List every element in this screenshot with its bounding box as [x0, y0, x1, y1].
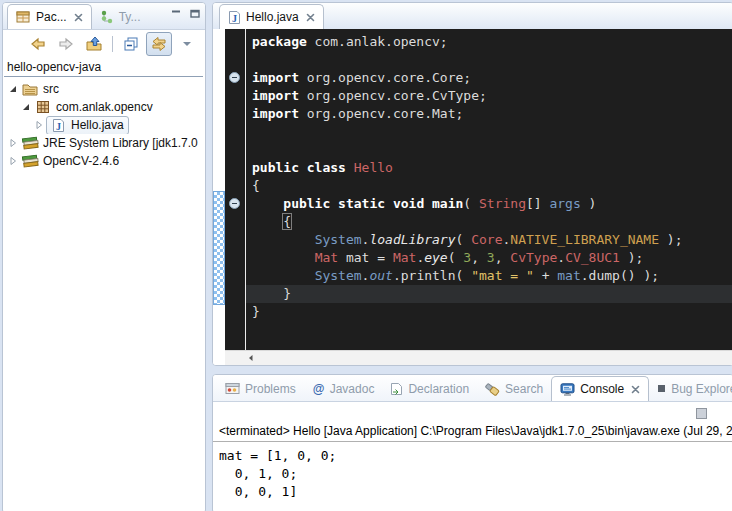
code-token: mat	[557, 268, 580, 283]
expand-arrow-icon[interactable]	[33, 119, 45, 131]
bug-square-icon	[657, 384, 666, 393]
minimize-button[interactable]	[171, 9, 181, 18]
package-explorer-tabbar: Pac...Ty...	[3, 3, 205, 30]
tab-hello-java[interactable]: JHello.java	[219, 4, 324, 29]
tree-item-hello-java[interactable]: JHello.java	[3, 116, 205, 134]
tab-problems[interactable]: Problems	[217, 376, 304, 401]
console-toolbar-button[interactable]	[696, 408, 707, 419]
code-token: dump	[589, 268, 620, 283]
svg-text:J: J	[232, 12, 237, 23]
search-icon	[485, 382, 500, 396]
code-text[interactable]: package com.anlak.opencv;import org.open…	[246, 29, 732, 351]
close-icon[interactable]	[631, 385, 640, 394]
code-line	[246, 123, 732, 141]
tab-console[interactable]: Console	[551, 376, 649, 401]
up-folder-button[interactable]	[81, 32, 107, 56]
maximize-button[interactable]	[190, 9, 200, 18]
fold-minus-icon[interactable]	[229, 198, 240, 209]
code-token: import	[252, 106, 299, 121]
code-token	[252, 196, 283, 211]
code-token: org.opencv.core.Mat;	[299, 106, 463, 121]
horizontal-scrollbar[interactable]	[225, 350, 732, 365]
tab-javadoc[interactable]: @Javadoc	[304, 376, 383, 401]
console-toolbar	[213, 402, 732, 424]
tab-label: Problems	[245, 382, 296, 396]
tree-item-label: Hello.java	[68, 118, 124, 132]
expand-arrow-icon[interactable]	[20, 101, 32, 113]
code-line: public static void main( String[] args )	[246, 195, 732, 213]
forward-arrow-icon	[57, 36, 75, 52]
code-token	[252, 232, 315, 247]
tab-label: Console	[580, 382, 624, 396]
tab-label: Bug Explorer	[671, 382, 732, 396]
tree-item-opencv-2-4-6[interactable]: OpenCV-2.4.6	[3, 152, 205, 170]
code-token: public	[283, 196, 330, 211]
javadoc-icon: @	[312, 382, 325, 395]
tab-search[interactable]: Search	[477, 376, 551, 401]
tree-item-src[interactable]: src	[3, 80, 205, 98]
code-token: System	[315, 268, 362, 283]
code-token	[252, 268, 315, 283]
tree-item-com-anlak-opencv[interactable]: com.anlak.opencv	[3, 98, 205, 116]
tab-label: Pac...	[36, 10, 67, 24]
tab-declaration[interactable]: Declaration	[382, 376, 477, 401]
collapse-all-icon	[123, 36, 140, 52]
code-token: Hello	[354, 160, 393, 175]
link-editor-button[interactable]	[146, 32, 172, 56]
fold-minus-icon[interactable]	[229, 72, 240, 83]
tab-bug-explorer[interactable]: Bug Explorer	[649, 376, 732, 401]
code-token: (	[456, 268, 472, 283]
back-arrow-button[interactable]	[25, 32, 51, 56]
console-status-line: <terminated> Hello [Java Application] C:…	[213, 424, 732, 441]
editor-area[interactable]: package com.anlak.opencv;import org.open…	[213, 29, 732, 365]
code-token: import	[252, 70, 299, 85]
code-line: }	[246, 303, 732, 321]
forward-arrow-button[interactable]	[53, 32, 79, 56]
console-output-line: mat = [1, 0, 0;	[219, 447, 732, 465]
code-token: }	[252, 286, 291, 301]
package-folder-icon	[20, 82, 40, 96]
tree-item-jre-system-library-jdk1-7-0[interactable]: JRE System Library [jdk1.7.0	[3, 134, 205, 152]
working-set-label[interactable]: hello-opencv-java	[3, 58, 205, 75]
editor-view: JHello.java package com.anlak.opencv;imp…	[212, 2, 732, 366]
expand-arrow-icon[interactable]	[7, 137, 19, 149]
package-explorer-view: Pac...Ty... hello-opencv-java srccom.anl…	[2, 2, 206, 511]
console-output[interactable]: mat = [1, 0, 0; 0, 1, 0; 0, 0, 1]	[213, 442, 732, 501]
code-token: 3	[487, 250, 495, 265]
close-icon[interactable]	[74, 13, 83, 22]
code-token: );	[620, 250, 643, 265]
toolbar-separator	[111, 35, 114, 53]
code-line: System.loadLibrary( Core.NATIVE_LIBRARY_…	[246, 231, 732, 249]
console-view: Problems@JavadocDeclarationSearchConsole…	[212, 374, 732, 511]
console-output-line: 0, 1, 0;	[219, 465, 732, 483]
tab-pac[interactable]: Pac...	[7, 4, 92, 29]
tree-item-label: com.anlak.opencv	[53, 100, 153, 114]
code-token: "mat = "	[471, 268, 534, 283]
code-token: CvType	[510, 250, 557, 265]
code-token: com.anlak.opencv;	[307, 34, 448, 49]
code-token: ,	[471, 250, 487, 265]
code-line: System.out.println( "mat = " + mat.dump(…	[246, 267, 732, 285]
console-icon	[560, 383, 575, 396]
code-token: []	[526, 196, 549, 211]
code-token: out	[369, 268, 392, 283]
code-token: () );	[620, 268, 659, 283]
scroll-left-icon[interactable]	[247, 354, 255, 362]
code-token	[252, 214, 283, 229]
code-token: println	[401, 268, 456, 283]
close-icon[interactable]	[306, 13, 315, 22]
code-token: void	[393, 196, 424, 211]
code-line: import org.opencv.core.Core;	[246, 69, 732, 87]
code-token: class	[307, 160, 346, 175]
code-token: mat =	[338, 250, 393, 265]
up-folder-icon	[85, 36, 103, 52]
expand-arrow-icon[interactable]	[7, 83, 19, 95]
expand-arrow-icon[interactable]	[7, 155, 19, 167]
code-line: import org.opencv.core.Mat;	[246, 105, 732, 123]
editor-tabbar: JHello.java	[213, 3, 732, 30]
library-icon	[20, 154, 40, 169]
view-menu-button[interactable]	[174, 32, 200, 56]
tab-ty[interactable]: Ty...	[92, 4, 149, 29]
collapse-all-button[interactable]	[118, 32, 144, 56]
svg-text:J: J	[56, 120, 61, 131]
